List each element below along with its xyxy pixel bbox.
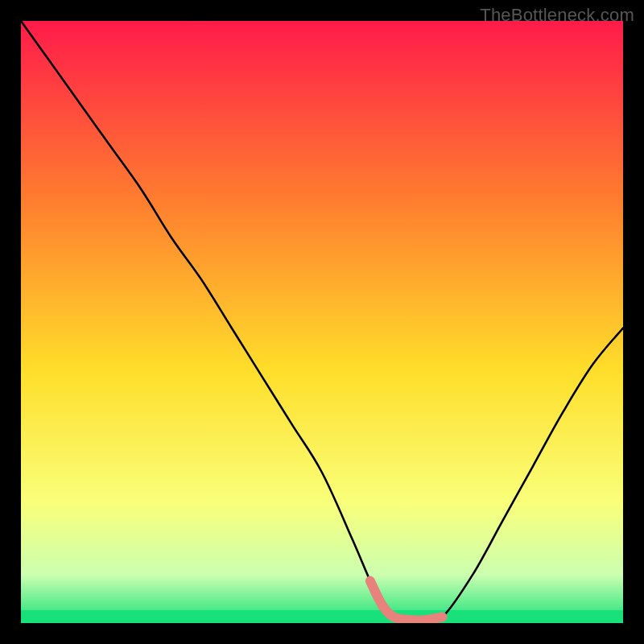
bottleneck-chart (0, 0, 644, 644)
gradient-background (21, 21, 623, 623)
watermark-text: TheBottleneck.com (480, 5, 634, 26)
chart-frame: TheBottleneck.com (0, 0, 644, 644)
green-band (21, 610, 623, 623)
